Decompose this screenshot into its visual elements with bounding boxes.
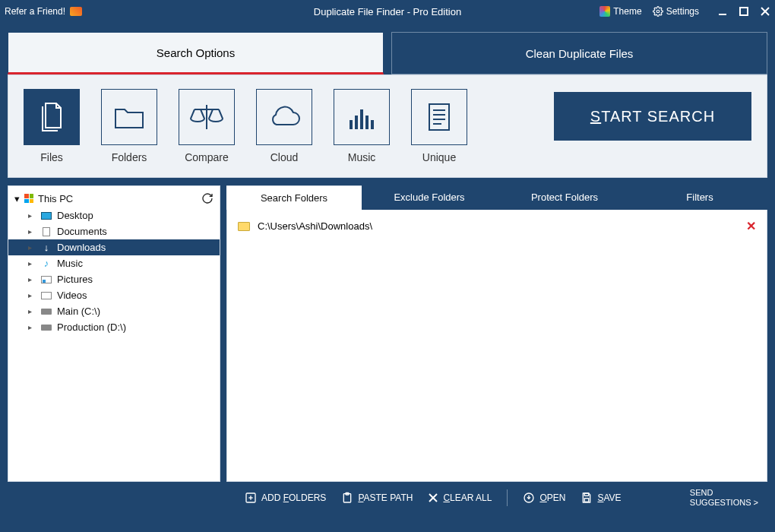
- separator: [507, 489, 508, 506]
- send-suggestions-link[interactable]: SEND SUGGESTIONS >: [690, 488, 758, 508]
- minimize-button[interactable]: [717, 6, 728, 17]
- category-unique-label: Unique: [422, 151, 456, 163]
- compare-icon: [188, 102, 225, 132]
- svg-rect-7: [350, 120, 353, 129]
- svg-rect-25: [585, 493, 589, 496]
- chevron-right-icon: ▸: [28, 307, 36, 315]
- tree-node-desktop[interactable]: ▸Desktop: [8, 207, 220, 223]
- start-search-button[interactable]: START SEARCH: [554, 92, 751, 141]
- svg-rect-10: [365, 116, 369, 129]
- clear-all-button[interactable]: CLEAR ALL: [428, 492, 492, 503]
- chevron-right-icon: ▸: [28, 227, 36, 236]
- category-strip: Files Folders Compare Cloud Music Unique…: [8, 74, 767, 178]
- tree-node-label: Main (C:\): [57, 306, 100, 317]
- category-compare[interactable]: Compare: [179, 89, 235, 163]
- refresh-button[interactable]: [201, 192, 214, 204]
- subtab-protect-folders[interactable]: Protect Folders: [497, 185, 632, 210]
- tree-root-label: This PC: [38, 193, 73, 204]
- theme-label: Theme: [613, 6, 641, 17]
- tree-node-music[interactable]: ▸♪Music: [8, 255, 220, 271]
- bottom-bar: ADD FOLDERS PASTE PATH CLEAR ALL OPEN SA…: [8, 482, 767, 514]
- videos-icon: [40, 290, 52, 301]
- drive-icon: [40, 322, 52, 333]
- subtabs: Search Folders Exclude Folders Protect F…: [226, 185, 767, 210]
- title-bar: Refer a Friend! Duplicate File Finder - …: [0, 0, 775, 23]
- gear-icon: [653, 6, 663, 17]
- add-folders-label: ADD FOLDERS: [261, 492, 326, 503]
- tree-node-videos[interactable]: ▸Videos: [8, 287, 220, 303]
- downloads-icon: ↓: [40, 242, 52, 253]
- settings-button[interactable]: Settings: [653, 6, 699, 17]
- svg-rect-26: [585, 499, 589, 502]
- category-compare-label: Compare: [185, 151, 229, 163]
- category-files-label: Files: [40, 151, 63, 163]
- remove-folder-button[interactable]: ✕: [746, 219, 756, 233]
- category-folders[interactable]: Folders: [101, 89, 157, 163]
- pictures-icon: [40, 274, 52, 285]
- category-cloud-label: Cloud: [270, 151, 299, 163]
- documents-icon: [40, 226, 52, 237]
- chevron-right-icon: ▸: [28, 275, 36, 283]
- category-music-label: Music: [348, 151, 376, 163]
- folder-icon: [238, 222, 250, 231]
- tree-node-pictures[interactable]: ▸Pictures: [8, 271, 220, 287]
- subtab-search-folders[interactable]: Search Folders: [226, 185, 362, 210]
- chevron-right-icon: ▸: [28, 243, 36, 252]
- folder-path: C:\Users\Ashi\Downloads\: [258, 220, 372, 232]
- save-button[interactable]: SAVE: [580, 492, 621, 504]
- tree-node-drive-d[interactable]: ▸Production (D:\): [8, 319, 220, 335]
- music-folder-icon: ♪: [40, 258, 52, 269]
- svg-point-0: [656, 10, 660, 13]
- files-icon: [36, 100, 67, 134]
- top-tabs: Search Options Clean Duplicate Files: [0, 23, 775, 74]
- refer-friend-link[interactable]: Refer a Friend!: [5, 6, 82, 17]
- music-icon: [346, 102, 377, 132]
- add-folders-button[interactable]: ADD FOLDERS: [245, 492, 326, 504]
- chevron-right-icon: ▸: [28, 259, 36, 268]
- search-folders-list: C:\Users\Ashi\Downloads\ ✕: [226, 210, 767, 482]
- tree-node-drive-c[interactable]: ▸Main (C:\): [8, 303, 220, 319]
- close-button[interactable]: [760, 6, 770, 17]
- unique-icon: [426, 101, 452, 133]
- main-area: ▾ This PC ▸Desktop ▸Documents ▸↓Download…: [8, 185, 767, 482]
- category-music[interactable]: Music: [334, 89, 390, 163]
- cloud-icon: [266, 105, 302, 129]
- tab-clean-duplicates[interactable]: Clean Duplicate Files: [391, 32, 767, 74]
- folder-tree[interactable]: ▾ This PC ▸Desktop ▸Documents ▸↓Download…: [8, 185, 220, 482]
- svg-rect-11: [371, 120, 374, 129]
- send-suggestions-label: SEND SUGGESTIONS >: [690, 488, 758, 507]
- tree-node-downloads[interactable]: ▸↓Downloads: [8, 239, 220, 255]
- drive-icon: [40, 306, 52, 317]
- category-unique[interactable]: Unique: [411, 89, 467, 163]
- subtab-exclude-folders[interactable]: Exclude Folders: [362, 185, 497, 210]
- refer-friend-icon: [70, 7, 82, 16]
- category-files[interactable]: Files: [24, 89, 80, 163]
- category-folders-label: Folders: [112, 151, 147, 163]
- right-pane: Search Folders Exclude Folders Protect F…: [226, 185, 767, 482]
- tree-node-label: Desktop: [57, 210, 93, 221]
- maximize-button[interactable]: [739, 6, 749, 17]
- open-button[interactable]: OPEN: [523, 492, 565, 504]
- start-search-label: START SEARCH: [590, 108, 715, 125]
- folders-icon: [112, 103, 146, 131]
- paste-path-label: PASTE PATH: [358, 492, 413, 503]
- tree-node-documents[interactable]: ▸Documents: [8, 223, 220, 239]
- paste-path-button[interactable]: PASTE PATH: [341, 492, 413, 504]
- category-cloud[interactable]: Cloud: [256, 89, 312, 163]
- subtab-filters[interactable]: Filters: [632, 185, 767, 210]
- svg-rect-9: [360, 109, 363, 129]
- tab-search-options[interactable]: Search Options: [8, 32, 384, 74]
- theme-button[interactable]: Theme: [599, 6, 641, 17]
- folder-row[interactable]: C:\Users\Ashi\Downloads\ ✕: [238, 219, 756, 233]
- chevron-right-icon: ▸: [28, 211, 36, 220]
- save-label: SAVE: [597, 492, 621, 503]
- chevron-right-icon: ▸: [28, 323, 36, 331]
- this-pc-icon: [24, 194, 33, 203]
- chevron-down-icon: ▾: [14, 193, 20, 204]
- app-title: Duplicate File Finder - Pro Edition: [314, 6, 461, 17]
- desktop-icon: [40, 211, 52, 221]
- theme-icon: [599, 6, 610, 17]
- tree-node-label: Pictures: [57, 274, 93, 285]
- tab-clean-duplicates-label: Clean Duplicate Files: [526, 47, 634, 60]
- tree-root[interactable]: ▾ This PC: [8, 189, 220, 207]
